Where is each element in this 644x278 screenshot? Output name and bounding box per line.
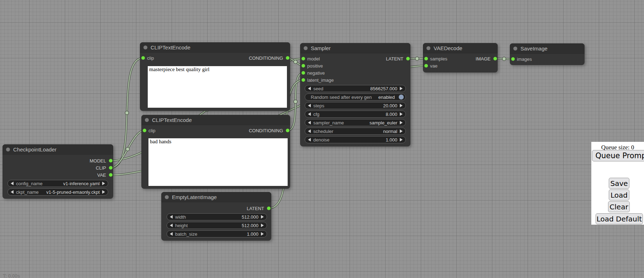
collapse-dot-icon[interactable] <box>426 46 430 50</box>
widget-batch-size[interactable]: batch_size 1.000 <box>167 230 267 237</box>
decrement-arrow-icon[interactable] <box>170 232 173 236</box>
widget-ckpt-name[interactable]: ckpt_name v1-5-pruned-emaonly.ckpt <box>7 188 108 196</box>
input-label-latent-image: latent_image <box>307 77 334 83</box>
node-save-image[interactable]: SaveImage images <box>510 43 585 65</box>
save-button[interactable]: Save <box>609 178 629 189</box>
widget-value: sample_euler <box>370 120 397 125</box>
increment-arrow-icon[interactable] <box>400 104 403 107</box>
negative-prompt-textarea[interactable]: bad hands <box>148 138 288 186</box>
node-sampler[interactable]: Sampler model LATENT positive negative l… <box>300 43 410 146</box>
output-port-clip[interactable] <box>109 166 112 170</box>
input-port-positive[interactable] <box>302 64 305 68</box>
increment-arrow-icon[interactable] <box>400 87 403 90</box>
collapse-dot-icon[interactable] <box>143 46 147 49</box>
output-label-image: IMAGE <box>476 56 491 62</box>
decrement-arrow-icon[interactable] <box>170 215 173 219</box>
input-port-negative[interactable] <box>302 71 305 75</box>
toggle-knob-icon[interactable] <box>399 95 404 100</box>
node-title-bar[interactable]: Sampler <box>300 43 410 53</box>
widget-scheduler[interactable]: scheduler normal <box>305 128 406 135</box>
widget-random-seed-toggle[interactable]: Random seed after every gen enabled <box>305 93 406 101</box>
collapse-dot-icon[interactable] <box>304 46 308 50</box>
positive-prompt-textarea[interactable]: masterpiece best quality girl <box>148 66 287 108</box>
load-button[interactable]: Load <box>609 189 629 201</box>
increment-arrow-icon[interactable] <box>261 215 264 219</box>
link-midpoint-dot[interactable] <box>502 57 506 60</box>
decrement-arrow-icon[interactable] <box>308 138 311 141</box>
decrement-arrow-icon[interactable] <box>308 112 311 116</box>
input-port-clip[interactable] <box>141 56 145 60</box>
input-port-vae[interactable] <box>424 64 428 68</box>
widget-label: Random seed after every gen <box>311 95 372 100</box>
link-midpoint-dot[interactable] <box>294 100 297 103</box>
input-port-images[interactable] <box>511 57 515 61</box>
widget-height[interactable]: height 512.000 <box>167 222 267 229</box>
link-midpoint-dot[interactable] <box>415 57 419 60</box>
node-title-bar[interactable]: CLIPTextEncode <box>140 42 290 53</box>
decrement-arrow-icon[interactable] <box>170 224 173 227</box>
queue-prompt-button[interactable]: Queue Prompt <box>592 150 644 161</box>
node-title-bar[interactable]: VAEDecode <box>423 43 498 53</box>
node-clip-text-encode-negative[interactable]: CLIPTextEncode clip CONDITIONING bad han… <box>141 115 290 189</box>
decrement-arrow-icon[interactable] <box>308 104 311 107</box>
decrement-arrow-icon[interactable] <box>308 87 311 90</box>
widget-steps[interactable]: steps 20.000 <box>305 102 406 109</box>
input-port-model[interactable] <box>302 57 305 60</box>
node-title-bar[interactable]: EmptyLatentImage <box>161 192 271 202</box>
collapse-dot-icon[interactable] <box>145 118 149 122</box>
widget-value: 1.000 <box>386 137 397 143</box>
output-row-vae: VAE <box>2 171 113 178</box>
output-port-conditioning[interactable] <box>286 129 289 132</box>
link-midpoint-dot[interactable] <box>125 111 129 114</box>
output-port-model[interactable] <box>109 159 112 162</box>
node-title-bar[interactable]: CLIPTextEncode <box>141 115 290 125</box>
output-port-conditioning[interactable] <box>286 56 289 60</box>
increment-arrow-icon[interactable] <box>400 112 403 116</box>
io-row-samples: samples IMAGE <box>423 55 498 62</box>
input-label-model: model <box>307 56 320 62</box>
decrement-arrow-icon[interactable] <box>11 190 14 194</box>
node-clip-text-encode-positive[interactable]: CLIPTextEncode clip CONDITIONING masterp… <box>140 42 290 111</box>
input-label-vae: vae <box>430 63 438 69</box>
comfyui-graph-canvas[interactable]: { "status_text": "T: 0.00s", "colors": {… <box>0 0 644 278</box>
widget-seed[interactable]: seed 8566257.000 <box>305 85 406 92</box>
widget-sampler-name[interactable]: sampler_name sample_euler <box>305 119 406 126</box>
input-port-samples[interactable] <box>424 57 428 60</box>
widget-config-name[interactable]: config_name v1-inference.yaml <box>7 180 108 187</box>
widget-label: cfg <box>313 112 319 117</box>
node-title: VAEDecode <box>434 45 462 51</box>
node-title-bar[interactable]: CheckpointLoader <box>2 144 113 155</box>
output-port-vae[interactable] <box>109 173 112 177</box>
increment-arrow-icon[interactable] <box>261 224 264 227</box>
widget-value: 512.000 <box>242 223 258 228</box>
widget-cfg[interactable]: cfg 8.000 <box>305 111 406 118</box>
increment-arrow-icon[interactable] <box>400 121 403 124</box>
input-port-clip[interactable] <box>143 129 146 132</box>
increment-arrow-icon[interactable] <box>102 190 105 194</box>
increment-arrow-icon[interactable] <box>400 138 403 141</box>
node-checkpoint-loader[interactable]: CheckpointLoader MODEL CLIP VAE config_n… <box>2 144 113 199</box>
clear-button[interactable]: Clear <box>608 201 630 212</box>
widget-denoise[interactable]: denoise 1.000 <box>305 136 406 143</box>
node-vae-decode[interactable]: VAEDecode samples IMAGE vae <box>423 43 498 73</box>
node-title-bar[interactable]: SaveImage <box>510 43 585 54</box>
output-port-latent[interactable] <box>267 207 271 210</box>
collapse-dot-icon[interactable] <box>165 195 169 199</box>
output-port-latent[interactable] <box>406 57 410 60</box>
link-midpoint-dot[interactable] <box>294 60 297 64</box>
node-empty-latent-image[interactable]: EmptyLatentImage LATENT width 512.000 he… <box>161 192 271 241</box>
increment-arrow-icon[interactable] <box>400 129 403 133</box>
load-default-button[interactable]: Load Default <box>596 213 643 224</box>
link-midpoint-dot[interactable] <box>126 147 129 151</box>
input-port-latent-image[interactable] <box>302 78 305 82</box>
collapse-dot-icon[interactable] <box>513 47 517 50</box>
output-port-image[interactable] <box>493 57 497 60</box>
increment-arrow-icon[interactable] <box>102 182 105 185</box>
decrement-arrow-icon[interactable] <box>11 182 14 185</box>
increment-arrow-icon[interactable] <box>261 232 264 236</box>
widget-width[interactable]: width 512.000 <box>167 213 267 220</box>
decrement-arrow-icon[interactable] <box>308 121 311 124</box>
node-title: Sampler <box>311 45 331 51</box>
decrement-arrow-icon[interactable] <box>308 129 311 133</box>
collapse-dot-icon[interactable] <box>6 148 10 151</box>
